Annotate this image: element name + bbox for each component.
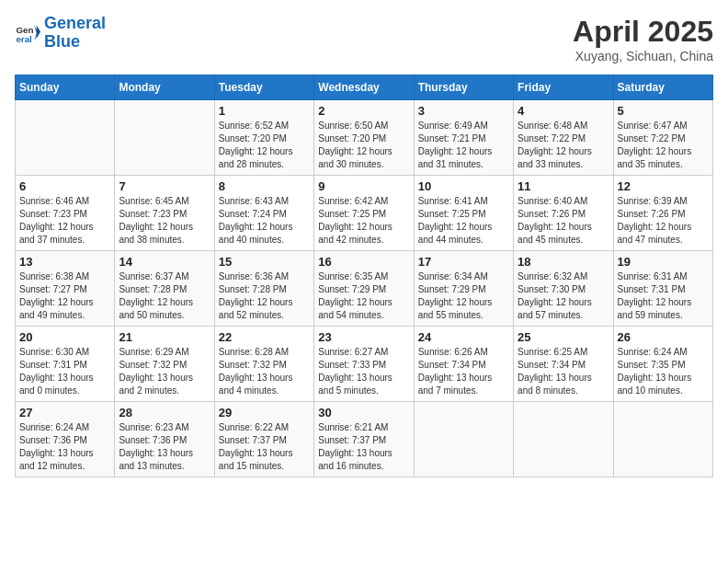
day-number: 6 <box>19 179 110 193</box>
day-detail: Sunrise: 6:43 AMSunset: 7:24 PMDaylight:… <box>219 195 310 247</box>
day-cell <box>16 100 115 176</box>
day-detail: Sunrise: 6:41 AMSunset: 7:25 PMDaylight:… <box>418 195 509 247</box>
day-cell: 13 Sunrise: 6:38 AMSunset: 7:27 PMDaylig… <box>16 251 115 327</box>
day-detail: Sunrise: 6:39 AMSunset: 7:26 PMDaylight:… <box>618 195 709 247</box>
day-cell: 28 Sunrise: 6:23 AMSunset: 7:36 PMDaylig… <box>115 402 214 477</box>
day-detail: Sunrise: 6:27 AMSunset: 7:33 PMDaylight:… <box>318 346 409 397</box>
day-detail: Sunrise: 6:48 AMSunset: 7:22 PMDaylight:… <box>518 120 609 171</box>
day-cell: 29 Sunrise: 6:22 AMSunset: 7:37 PMDaylig… <box>214 402 313 477</box>
week-row-3: 13 Sunrise: 6:38 AMSunset: 7:27 PMDaylig… <box>16 251 713 327</box>
day-cell: 20 Sunrise: 6:30 AMSunset: 7:31 PMDaylig… <box>16 327 115 402</box>
day-number: 10 <box>418 179 509 193</box>
day-cell: 7 Sunrise: 6:45 AMSunset: 7:23 PMDayligh… <box>115 176 214 251</box>
logo: Gen eral General Blue <box>15 15 106 52</box>
day-number: 20 <box>19 330 110 344</box>
weekday-header-monday: Monday <box>115 75 214 100</box>
day-number: 11 <box>518 179 609 193</box>
weekday-header-saturday: Saturday <box>613 75 712 100</box>
weekday-header-tuesday: Tuesday <box>214 75 313 100</box>
day-detail: Sunrise: 6:35 AMSunset: 7:29 PMDaylight:… <box>318 270 409 322</box>
day-cell: 6 Sunrise: 6:46 AMSunset: 7:23 PMDayligh… <box>16 176 115 251</box>
day-detail: Sunrise: 6:21 AMSunset: 7:37 PMDaylight:… <box>318 421 409 473</box>
weekday-header-row: SundayMondayTuesdayWednesdayThursdayFrid… <box>16 75 713 100</box>
day-number: 15 <box>219 255 310 269</box>
day-cell: 3 Sunrise: 6:49 AMSunset: 7:21 PMDayligh… <box>414 100 513 176</box>
day-cell <box>613 402 712 477</box>
weekday-header-friday: Friday <box>514 75 613 100</box>
weekday-header-sunday: Sunday <box>16 75 115 100</box>
day-number: 1 <box>219 104 310 118</box>
day-detail: Sunrise: 6:49 AMSunset: 7:21 PMDaylight:… <box>418 120 509 171</box>
day-detail: Sunrise: 6:32 AMSunset: 7:30 PMDaylight:… <box>518 270 609 322</box>
day-detail: Sunrise: 6:45 AMSunset: 7:23 PMDaylight:… <box>119 195 210 247</box>
day-detail: Sunrise: 6:50 AMSunset: 7:20 PMDaylight:… <box>318 120 409 171</box>
day-number: 24 <box>418 330 509 344</box>
day-number: 30 <box>318 406 409 419</box>
day-number: 18 <box>518 255 609 269</box>
logo-blue: Blue <box>44 32 80 51</box>
day-cell: 12 Sunrise: 6:39 AMSunset: 7:26 PMDaylig… <box>613 176 712 251</box>
day-number: 26 <box>618 330 709 344</box>
day-number: 16 <box>318 255 409 269</box>
day-number: 14 <box>119 255 210 269</box>
day-detail: Sunrise: 6:29 AMSunset: 7:32 PMDaylight:… <box>119 346 210 397</box>
day-cell <box>414 402 513 477</box>
day-detail: Sunrise: 6:42 AMSunset: 7:25 PMDaylight:… <box>318 195 409 247</box>
day-number: 7 <box>119 179 210 193</box>
day-cell: 1 Sunrise: 6:52 AMSunset: 7:20 PMDayligh… <box>214 100 313 176</box>
day-number: 17 <box>418 255 509 269</box>
title-block: April 2025 Xuyang, Sichuan, China <box>573 15 713 63</box>
week-row-2: 6 Sunrise: 6:46 AMSunset: 7:23 PMDayligh… <box>16 176 713 251</box>
day-number: 29 <box>219 406 310 419</box>
day-detail: Sunrise: 6:26 AMSunset: 7:34 PMDaylight:… <box>418 346 509 397</box>
day-number: 28 <box>119 406 210 419</box>
day-cell: 30 Sunrise: 6:21 AMSunset: 7:37 PMDaylig… <box>314 402 414 477</box>
day-detail: Sunrise: 6:34 AMSunset: 7:29 PMDaylight:… <box>418 270 509 322</box>
day-detail: Sunrise: 6:31 AMSunset: 7:31 PMDaylight:… <box>618 270 709 322</box>
day-detail: Sunrise: 6:24 AMSunset: 7:35 PMDaylight:… <box>618 346 709 397</box>
day-number: 19 <box>618 255 709 269</box>
day-detail: Sunrise: 6:28 AMSunset: 7:32 PMDaylight:… <box>219 346 310 397</box>
day-number: 4 <box>518 104 609 118</box>
day-number: 23 <box>318 330 409 344</box>
day-cell: 18 Sunrise: 6:32 AMSunset: 7:30 PMDaylig… <box>514 251 613 327</box>
page-header: Gen eral General Blue April 2025 Xuyang,… <box>15 15 713 63</box>
day-detail: Sunrise: 6:25 AMSunset: 7:34 PMDaylight:… <box>518 346 609 397</box>
day-detail: Sunrise: 6:47 AMSunset: 7:22 PMDaylight:… <box>618 120 709 171</box>
day-cell: 21 Sunrise: 6:29 AMSunset: 7:32 PMDaylig… <box>115 327 214 402</box>
day-cell: 24 Sunrise: 6:26 AMSunset: 7:34 PMDaylig… <box>414 327 513 402</box>
day-cell: 5 Sunrise: 6:47 AMSunset: 7:22 PMDayligh… <box>613 100 712 176</box>
day-number: 2 <box>318 104 409 118</box>
weekday-header-wednesday: Wednesday <box>314 75 414 100</box>
day-number: 13 <box>19 255 110 269</box>
day-cell: 9 Sunrise: 6:42 AMSunset: 7:25 PMDayligh… <box>314 176 414 251</box>
month-title: April 2025 <box>573 15 713 49</box>
week-row-1: 1 Sunrise: 6:52 AMSunset: 7:20 PMDayligh… <box>16 100 713 176</box>
day-cell: 4 Sunrise: 6:48 AMSunset: 7:22 PMDayligh… <box>514 100 613 176</box>
day-cell: 23 Sunrise: 6:27 AMSunset: 7:33 PMDaylig… <box>314 327 414 402</box>
day-cell <box>115 100 214 176</box>
day-detail: Sunrise: 6:40 AMSunset: 7:26 PMDaylight:… <box>518 195 609 247</box>
day-number: 21 <box>119 330 210 344</box>
day-cell: 22 Sunrise: 6:28 AMSunset: 7:32 PMDaylig… <box>214 327 313 402</box>
day-detail: Sunrise: 6:46 AMSunset: 7:23 PMDaylight:… <box>19 195 110 247</box>
day-detail: Sunrise: 6:36 AMSunset: 7:28 PMDaylight:… <box>219 270 310 322</box>
day-cell: 15 Sunrise: 6:36 AMSunset: 7:28 PMDaylig… <box>214 251 313 327</box>
day-number: 12 <box>618 179 709 193</box>
day-number: 27 <box>19 406 110 419</box>
day-cell: 27 Sunrise: 6:24 AMSunset: 7:36 PMDaylig… <box>16 402 115 477</box>
day-detail: Sunrise: 6:23 AMSunset: 7:36 PMDaylight:… <box>119 421 210 473</box>
day-number: 9 <box>318 179 409 193</box>
day-cell <box>514 402 613 477</box>
logo-icon: Gen eral <box>15 20 40 46</box>
calendar-table: SundayMondayTuesdayWednesdayThursdayFrid… <box>15 75 713 477</box>
day-number: 8 <box>219 179 310 193</box>
day-detail: Sunrise: 6:30 AMSunset: 7:31 PMDaylight:… <box>19 346 110 397</box>
day-detail: Sunrise: 6:38 AMSunset: 7:27 PMDaylight:… <box>19 270 110 322</box>
day-cell: 17 Sunrise: 6:34 AMSunset: 7:29 PMDaylig… <box>414 251 513 327</box>
day-cell: 10 Sunrise: 6:41 AMSunset: 7:25 PMDaylig… <box>414 176 513 251</box>
day-cell: 11 Sunrise: 6:40 AMSunset: 7:26 PMDaylig… <box>514 176 613 251</box>
day-number: 22 <box>219 330 310 344</box>
day-detail: Sunrise: 6:52 AMSunset: 7:20 PMDaylight:… <box>219 120 310 171</box>
day-number: 3 <box>418 104 509 118</box>
